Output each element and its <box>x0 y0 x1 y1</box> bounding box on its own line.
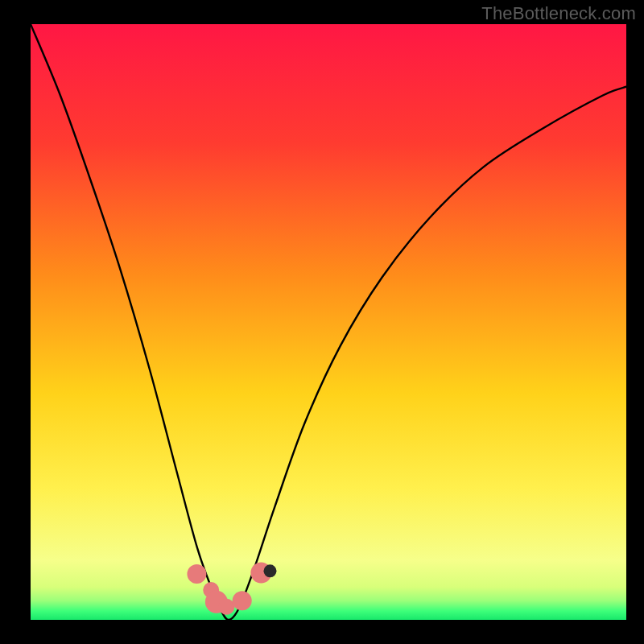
marker-dot <box>233 591 252 610</box>
watermark-text: TheBottleneck.com <box>481 3 636 24</box>
marker-dot <box>187 564 206 584</box>
markers <box>187 563 276 615</box>
marker-dot <box>263 564 276 577</box>
curve-layer <box>31 24 626 620</box>
bottleneck-curve <box>31 24 626 620</box>
marker-dot <box>218 599 234 615</box>
chart-stage: TheBottleneck.com <box>0 0 644 644</box>
plot-area <box>31 24 626 620</box>
